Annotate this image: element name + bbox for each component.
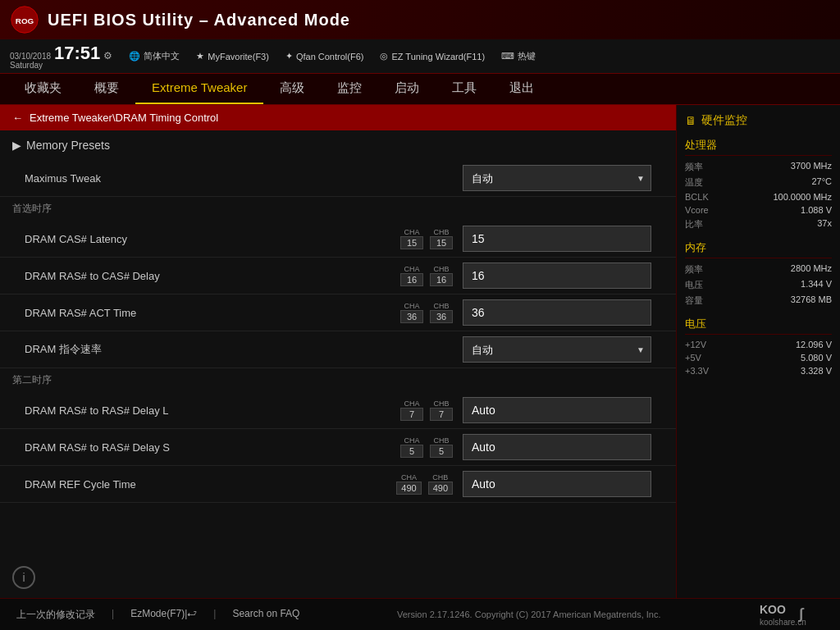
ratio-label: 比率 [685,218,703,231]
dram-cas-chb-value: 15 [430,236,453,249]
v5-label: +5V [685,353,701,363]
date-display: 03/10/2018 [10,52,51,61]
nav-item-5[interactable]: 启动 [378,74,436,104]
nav-item-6[interactable]: 工具 [436,74,493,104]
dram-ras-act-input[interactable] [463,299,651,326]
nav-bar: 收藏夹 概要 Extreme Tweaker 高级 监控 启动 工具 退出 [0,74,840,105]
time-display: 17:51 [54,43,100,64]
vcore-row: Vcore 1.088 V [685,205,832,215]
star-icon: ★ [196,51,204,62]
main-container: ← Extreme Tweaker\DRAM Timing Control ▶ … [0,105,840,628]
dram-ras-ras-l-chb-value: 7 [430,408,453,421]
dram-ras-act-chb: CHB 36 [430,302,453,323]
title-bar: ROG UEFI BIOS Utility – Advanced Mode [0,0,840,39]
hotkey-label: 热键 [518,50,536,62]
fan-icon: ✦ [285,51,293,62]
globe-icon: 🌐 [129,51,140,62]
cpu-freq-label: 频率 [685,161,703,173]
qfan-control[interactable]: ✦ Qfan Control(F6) [285,51,364,62]
nav-item-7[interactable]: 退出 [493,74,550,104]
myfavorite-control[interactable]: ★ MyFavorite(F3) [196,51,269,62]
v5-row: +5V 5.080 V [685,353,832,363]
v12-label: +12V [685,340,706,349]
bclk-label: BCLK [685,192,709,202]
mem-volt-label: 电压 [685,279,703,291]
koolshare-logo-icon: KOO koolshare.cn ∫ [758,602,824,627]
wand-icon: ◎ [380,51,388,62]
keyboard-icon: ⌨ [501,51,514,62]
voltage-section: 电压 +12V 12.096 V +5V 5.080 V +3.3V 3.328… [685,317,832,376]
dram-cas-label: DRAM CAS# Latency [25,233,400,245]
dram-cmd-rate-select[interactable]: 自动1T2T [463,336,651,363]
info-button[interactable]: i [12,566,35,589]
maximus-tweak-select[interactable]: 自动Mode 1Mode 2 [463,165,651,191]
dram-ref-chb-value: 490 [428,482,453,495]
dram-cas-chb: CHB 15 [430,228,453,249]
dram-ref-row: DRAM REF Cycle Time CHA 490 CHB 490 [0,466,676,503]
dram-ras-act-chb-value: 36 [430,310,453,323]
cpu-temp-label: 温度 [685,176,703,189]
maximus-tweak-row: Maximus Tweak 自动Mode 1Mode 2 ▼ [0,160,676,197]
dram-cmd-rate-label: DRAM 指令速率 [25,342,463,357]
hw-monitor-title: 🖥 硬件监控 [685,113,832,128]
dram-ras-ras-l-input[interactable] [463,397,651,423]
search-faq-link[interactable]: Search on FAQ [232,608,299,622]
dram-cas-input[interactable] [463,226,651,252]
bottom-links: 上一次的修改记录 | EzMode(F7)|⮐ | Search on FAQ [16,608,299,622]
nav-item-1[interactable]: 概要 [78,74,135,104]
mem-freq-row: 频率 2800 MHz [685,263,832,276]
dram-ras-cas-cha: CHA 16 [400,265,423,286]
mem-freq-label: 频率 [685,263,703,276]
dram-ref-channels: CHA 490 CHB 490 [396,473,456,495]
v33-label: +3.3V [685,366,709,376]
dram-ras-cas-chb: CHB 16 [430,265,453,286]
vcore-value: 1.088 V [801,205,832,215]
dram-ras-ras-s-chb-value: 5 [430,445,453,458]
myfavorite-label: MyFavorite(F3) [208,52,269,62]
cpu-temp-value: 27°C [811,176,832,189]
dram-cas-cha-value: 15 [400,236,423,249]
dram-ras-ras-s-input[interactable] [463,434,651,460]
nav-item-0[interactable]: 收藏夹 [8,74,78,104]
vcore-label: Vcore [685,205,709,215]
back-arrow-icon[interactable]: ← [12,112,23,124]
dram-ras-cas-label: DRAM RAS# to CAS# Delay [25,270,400,282]
mem-volt-row: 电压 1.344 V [685,279,832,291]
dram-ras-ras-s-label: DRAM RAS# to RAS# Delay S [25,441,400,454]
dram-ref-cha: CHA 490 [396,473,421,495]
language-control[interactable]: 🌐 简体中文 [129,50,180,62]
dram-ref-input[interactable] [463,471,651,497]
settings-icon[interactable]: ⚙ [103,50,112,62]
v5-value: 5.080 V [801,353,832,363]
language-label: 简体中文 [144,50,180,62]
dram-ref-label: DRAM REF Cycle Time [25,478,396,491]
version-text: Version 2.17.1246. Copyright (C) 2017 Am… [397,609,661,619]
dram-ras-ras-l-row: DRAM RAS# to RAS# Delay L CHA 7 CHB 7 [0,392,676,429]
info-bar: 03/10/2018 Saturday 17:51 ⚙ 🌐 简体中文 ★ MyF… [0,39,840,73]
memory-presets-section[interactable]: ▶ Memory Presets [0,130,676,160]
mem-freq-value: 2800 MHz [791,263,832,276]
app-title: UEFI BIOS Utility – Advanced Mode [48,11,350,30]
header: ROG UEFI BIOS Utility – Advanced Mode 03… [0,0,840,74]
dram-ras-ras-l-label: DRAM RAS# to RAS# Delay L [25,404,400,417]
nav-item-2[interactable]: Extreme Tweaker [135,74,263,104]
nav-item-3[interactable]: 高级 [263,74,321,104]
maximus-tweak-dropdown[interactable]: 自动Mode 1Mode 2 ▼ [463,165,651,191]
mem-cap-value: 32768 MB [791,294,832,307]
day-display: Saturday [10,61,51,70]
dram-ras-ras-l-cha-value: 7 [400,408,423,421]
dram-ras-act-channels: CHA 36 CHB 36 [400,302,456,323]
dram-ras-cas-input[interactable] [463,262,651,289]
dram-ras-ras-l-channels: CHA 7 CHB 7 [400,399,456,421]
memory-presets-label: Memory Presets [26,139,110,152]
hotkey-control[interactable]: ⌨ 热键 [501,50,536,62]
nav-item-4[interactable]: 监控 [321,74,378,104]
second-timing-label: 第二时序 [0,368,676,392]
v12-value: 12.096 V [796,340,832,349]
ez-tuning-control[interactable]: ◎ EZ Tuning Wizard(F11) [380,51,485,62]
dram-ras-cas-chb-value: 16 [430,273,453,286]
last-modified-link[interactable]: 上一次的修改记录 [16,608,95,622]
dram-ras-ras-s-channels: CHA 5 CHB 5 [400,436,456,458]
ezmode-link[interactable]: EzMode(F7)|⮐ [130,608,197,622]
dram-cmd-rate-dropdown[interactable]: 自动1T2T ▼ [463,336,651,363]
